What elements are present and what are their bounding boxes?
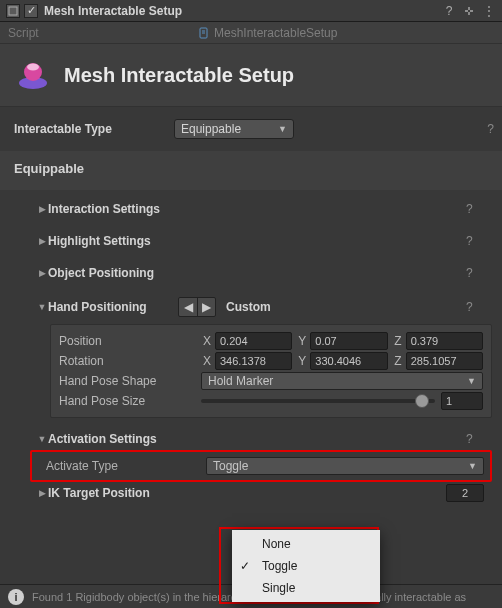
svg-point-4 [27,64,39,71]
rotation-y-field[interactable]: 330.4046 [310,352,387,370]
chevron-down-icon: ▼ [278,124,287,134]
foldout-hand-positioning[interactable]: ▼ Hand Positioning ◀ ▶ Custom ? [36,294,492,320]
help-icon[interactable]: ? [466,234,484,248]
position-z-field[interactable]: 0.379 [406,332,483,350]
help-icon[interactable]: ? [442,4,456,18]
interactable-type-dropdown[interactable]: Equippable ▼ [174,119,294,139]
chevron-right-icon: ▶ [36,204,48,214]
foldout-interaction-settings[interactable]: ▶ Interaction Settings ? [36,198,492,220]
rotation-x-field[interactable]: 346.1378 [215,352,292,370]
help-icon[interactable]: ? [466,266,484,280]
popup-option-single[interactable]: Single [232,577,380,599]
chevron-down-icon: ▼ [36,434,48,444]
mesh-logo-icon [14,56,52,94]
check-icon: ✓ [240,559,262,573]
foldout-activation-settings[interactable]: ▼ Activation Settings ? [36,428,492,450]
rotation-z-field[interactable]: 285.1057 [406,352,483,370]
chevron-down-icon: ▼ [467,376,476,386]
title-card: Mesh Interactable Setup [0,44,502,107]
help-icon[interactable]: ? [466,300,484,314]
equippable-section-header: Equippable [0,151,502,190]
hand-pose-size-row: Hand Pose Size 1 [59,391,483,411]
script-label: Script [8,26,198,40]
context-menu-icon[interactable]: ⋮ [482,4,496,18]
help-icon[interactable]: ? [466,202,484,216]
prev-button[interactable]: ◀ [179,298,197,316]
info-icon: i [8,589,24,605]
equippable-section-body: ▶ Interaction Settings ? ▶ Highlight Set… [0,190,502,518]
position-x-field[interactable]: 0.204 [215,332,292,350]
interactable-type-row: Interactable Type Equippable ▼ ? [0,107,502,151]
hand-positioning-prev-next[interactable]: ◀ ▶ [178,297,216,317]
popup-option-none[interactable]: None [232,533,380,555]
activate-type-row: Activate Type Toggle ▼ [32,455,484,477]
script-row: Script MeshInteractableSetup [0,22,502,44]
chevron-right-icon: ▶ [36,268,48,278]
slider-thumb[interactable] [415,394,429,408]
help-icon[interactable]: ? [476,122,494,136]
rotation-row: Rotation X 346.1378 Y 330.4046 Z 285.105… [59,351,483,371]
hand-pose-shape-dropdown[interactable]: Hold Marker ▼ [201,372,483,390]
preset-icon[interactable] [462,4,476,18]
component-icon [6,4,20,18]
foldout-highlight-settings[interactable]: ▶ Highlight Settings ? [36,230,492,252]
position-row: Position X 0.204 Y 0.07 Z 0.379 [59,331,483,351]
foldout-object-positioning[interactable]: ▶ Object Positioning ? [36,262,492,284]
hand-positioning-block: Position X 0.204 Y 0.07 Z 0.379 Rotation… [50,324,492,418]
hand-positioning-mode: Custom [226,300,271,314]
hand-pose-shape-row: Hand Pose Shape Hold Marker ▼ [59,371,483,391]
script-value: MeshInteractableSetup [198,26,494,40]
next-button[interactable]: ▶ [197,298,215,316]
component-title: Mesh Interactable Setup [44,4,436,18]
help-icon[interactable]: ? [466,432,484,446]
chevron-right-icon: ▶ [36,236,48,246]
foldout-ik-target-position[interactable]: ▶ IK Target Position 2 [36,482,492,504]
activate-type-popup: None ✓ Toggle Single [232,530,380,602]
interactable-type-value: Equippable [181,122,241,136]
interactable-type-label: Interactable Type [14,122,174,136]
page-title: Mesh Interactable Setup [64,64,294,87]
position-y-field[interactable]: 0.07 [310,332,387,350]
hand-pose-size-field[interactable]: 1 [441,392,483,410]
popup-option-toggle[interactable]: ✓ Toggle [232,555,380,577]
svg-rect-0 [9,7,17,15]
enabled-checkbox[interactable]: ✓ [24,4,38,18]
chevron-right-icon: ▶ [36,488,48,498]
script-name: MeshInteractableSetup [214,26,337,40]
hand-pose-size-slider[interactable] [201,399,435,403]
component-header: ✓ Mesh Interactable Setup ? ⋮ [0,0,502,22]
ik-target-count-field[interactable]: 2 [446,484,484,502]
chevron-down-icon: ▼ [468,461,477,471]
activate-type-dropdown[interactable]: Toggle ▼ [206,457,484,475]
chevron-down-icon: ▼ [36,302,48,312]
activate-type-highlight: Activate Type Toggle ▼ [30,450,492,482]
script-file-icon [198,27,210,39]
